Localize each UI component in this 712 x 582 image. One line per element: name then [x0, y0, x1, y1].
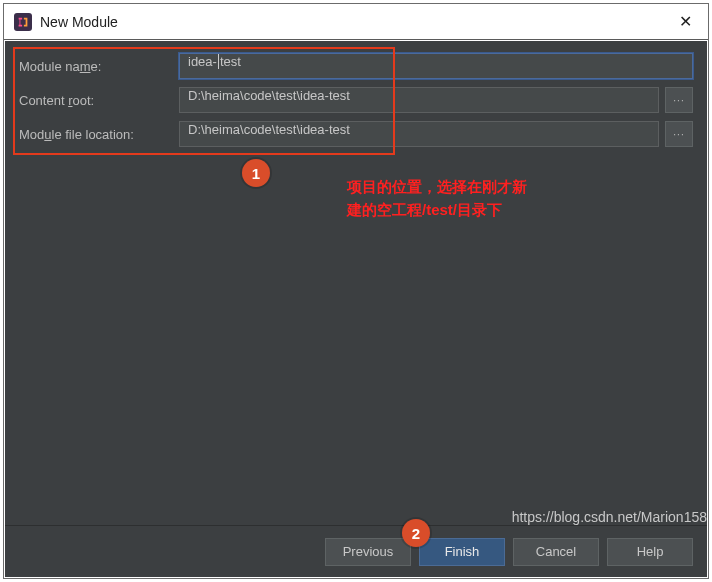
content-root-row: Content root: D:\heima\code\test\idea-te…	[19, 87, 693, 113]
module-name-input[interactable]: idea-test	[179, 53, 693, 79]
content-root-browse-button[interactable]: ···	[665, 87, 693, 113]
button-bar: Previous Finish Cancel Help	[5, 525, 707, 577]
cancel-button[interactable]: Cancel	[513, 538, 599, 566]
module-file-location-input[interactable]: D:\heima\code\test\idea-test	[179, 121, 659, 147]
module-file-location-browse-button[interactable]: ···	[665, 121, 693, 147]
window-title: New Module	[40, 14, 671, 30]
finish-button[interactable]: Finish	[419, 538, 505, 566]
module-name-label: Module name:	[19, 59, 179, 74]
help-button[interactable]: Help	[607, 538, 693, 566]
annotation-badge-1: 1	[242, 159, 270, 187]
intellij-icon	[14, 13, 32, 31]
module-file-location-row: Module file location: D:\heima\code\test…	[19, 121, 693, 147]
annotation-badge-2: 2	[402, 519, 430, 547]
annotation-text: 项目的位置，选择在刚才新 建的空工程/test/目录下	[347, 176, 577, 221]
previous-button[interactable]: Previous	[325, 538, 411, 566]
module-name-row: Module name: idea-test	[19, 53, 693, 79]
text-caret	[218, 54, 219, 69]
title-bar: New Module ✕	[4, 4, 708, 40]
close-icon[interactable]: ✕	[671, 8, 700, 35]
content-root-input[interactable]: D:\heima\code\test\idea-test	[179, 87, 659, 113]
module-file-location-label: Module file location:	[19, 127, 179, 142]
watermark-text: https://blog.csdn.net/Marion158	[512, 509, 707, 525]
content-root-label: Content root:	[19, 93, 179, 108]
